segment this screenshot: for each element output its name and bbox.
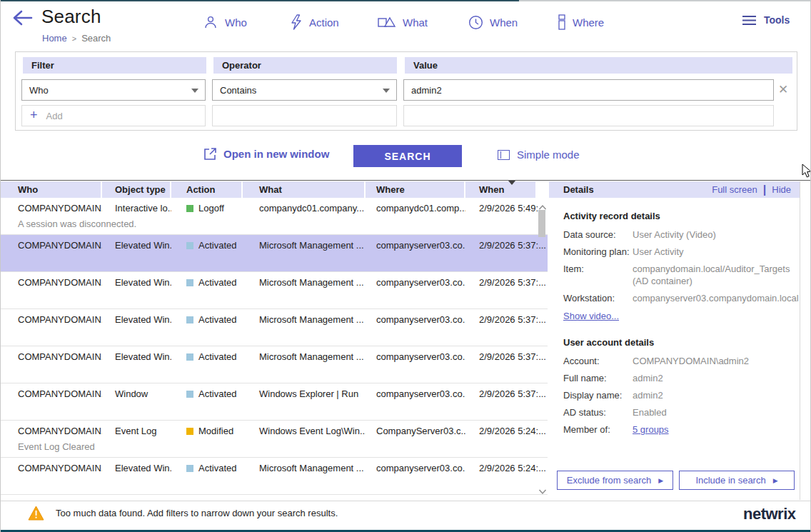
nav-item-label: Where xyxy=(573,16,604,29)
where-icon xyxy=(558,14,566,30)
action-status-square xyxy=(186,205,193,212)
cell-who: COMPANYDOMAIN... xyxy=(1,235,102,271)
warning-message: Too much data found. Add filters to narr… xyxy=(56,508,338,518)
show-video-link[interactable]: Show video... xyxy=(563,311,619,321)
footer-divider xyxy=(1,501,810,501)
column-header-action[interactable]: Action xyxy=(171,181,243,198)
value-input[interactable]: admin2 xyxy=(403,79,774,101)
cell-action: Activated xyxy=(171,309,243,346)
cell-what: Microsoft Management ... xyxy=(243,309,366,346)
simple-mode-label: Simple mode xyxy=(517,149,580,161)
open-in-new-window-button[interactable]: Open in new window xyxy=(203,147,329,161)
details-field-label: Display name: xyxy=(563,389,633,401)
cell-who: COMPANYDOMAIN... xyxy=(1,346,102,383)
details-field-value: User Activity (Video) xyxy=(633,229,790,241)
action-status-square xyxy=(186,391,193,398)
cell-when: 2/9/2026 5:37:... xyxy=(465,346,548,383)
cell-action: Logoff xyxy=(171,198,243,234)
member-of-groups-link[interactable]: 5 groups xyxy=(633,423,790,436)
row-note: A session was disconnected. xyxy=(18,219,136,229)
nav-item-action[interactable]: Action xyxy=(290,13,339,31)
empty-operator-cell[interactable] xyxy=(212,105,397,126)
simple-mode-icon xyxy=(498,150,510,160)
table-row[interactable]: COMPANYDOMAIN... Event Log Modified Wind… xyxy=(1,421,548,458)
scrollbar-down-arrow[interactable] xyxy=(538,485,547,492)
cell-object-type: Event Log xyxy=(102,421,171,457)
table-body: COMPANYDOMAIN... Interactive lo... Logof… xyxy=(1,198,548,496)
exclude-from-search-button[interactable]: Exclude from search ▶ xyxy=(557,471,673,490)
who-icon xyxy=(203,14,218,30)
details-header-separator: | xyxy=(763,184,766,196)
back-button[interactable] xyxy=(12,9,35,28)
column-header-what[interactable]: What xyxy=(243,181,366,198)
include-in-search-button[interactable]: Include in search ▶ xyxy=(679,471,795,490)
details-field: Full name: admin2 xyxy=(563,372,790,384)
cell-where: CompanyServer03.c... xyxy=(366,421,465,457)
column-header-where[interactable]: Where xyxy=(366,181,465,198)
cell-action: Activated xyxy=(171,458,243,494)
cell-who: COMPANYDOMAIN... xyxy=(1,458,102,494)
table-row[interactable]: COMPANYDOMAIN... Elevated Win... Activat… xyxy=(1,235,548,272)
page-title: Search xyxy=(41,6,101,28)
remove-filter-icon[interactable]: ✕ xyxy=(776,83,790,97)
table-row[interactable]: COMPANYDOMAIN... Elevated Win... Activat… xyxy=(1,458,548,495)
empty-value-cell[interactable] xyxy=(403,105,774,126)
cell-what: Windows Explorer | Run xyxy=(243,383,366,420)
details-field-label: Workstation: xyxy=(563,292,633,304)
cell-where: companydc01.comp... xyxy=(366,198,465,234)
nav-item-label: When xyxy=(490,16,518,29)
table-row[interactable]: COMPANYDOMAIN... Interactive lo... Logof… xyxy=(1,198,548,235)
nav-item-label: Action xyxy=(309,16,339,29)
action-label: Activated xyxy=(198,388,236,399)
filter-column-header: Filter xyxy=(23,57,206,74)
action-status-square xyxy=(186,316,193,323)
add-filter-label: Add xyxy=(46,111,63,121)
cell-what: Microsoft Management ... xyxy=(243,346,366,383)
nav-item-where[interactable]: Where xyxy=(558,13,604,31)
table-row[interactable]: COMPANYDOMAIN... Elevated Win... Activat… xyxy=(1,272,548,309)
column-header-when[interactable]: When xyxy=(465,181,537,198)
tools-menu-button[interactable]: Tools xyxy=(742,14,790,26)
cell-when: 2/9/2026 5:37:... xyxy=(465,309,548,346)
scrollbar-up-arrow[interactable] xyxy=(538,201,547,208)
warning-icon xyxy=(28,506,44,521)
breadcrumb-home-link[interactable]: Home xyxy=(42,33,67,44)
table-row[interactable]: COMPANYDOMAIN... Elevated Win... Activat… xyxy=(1,346,548,383)
column-header-who[interactable]: Who xyxy=(1,181,102,198)
details-field-label: Account: xyxy=(563,355,633,367)
details-field-label: Data source: xyxy=(563,229,633,241)
cell-what: Microsoft Management ... xyxy=(243,458,366,494)
back-arrow-icon xyxy=(12,9,34,26)
filter-select-value: Who xyxy=(29,85,49,96)
details-field: Data source: User Activity (Video) xyxy=(563,229,790,241)
simple-mode-toggle[interactable]: Simple mode xyxy=(498,149,580,161)
nav-item-what[interactable]: What xyxy=(378,13,428,31)
hide-details-link[interactable]: Hide xyxy=(772,184,791,195)
search-button[interactable]: SEARCH xyxy=(353,145,462,167)
cell-object-type: Elevated Win... xyxy=(102,309,171,346)
nav-item-label: What xyxy=(403,16,428,29)
table-row[interactable]: COMPANYDOMAIN... Window Activated Window… xyxy=(1,383,548,421)
table-row[interactable]: COMPANYDOMAIN... Elevated Win... Activat… xyxy=(1,309,548,346)
row-note: Event Log Cleared xyxy=(18,441,95,452)
cell-action: Modified xyxy=(171,421,243,457)
action-status-square xyxy=(186,242,193,249)
action-label: Logoff xyxy=(198,203,224,214)
cell-what: Windows Event Log\Win... xyxy=(243,421,366,457)
nav-item-who[interactable]: Who xyxy=(203,13,247,31)
action-label: Activated xyxy=(198,277,236,288)
full-screen-link[interactable]: Full screen xyxy=(712,184,757,195)
operator-select[interactable]: Contains xyxy=(212,79,397,101)
details-field: Workstation: companyserver03.companydoma… xyxy=(563,292,790,304)
nav-item-when[interactable]: When xyxy=(468,13,518,31)
window-top-border xyxy=(1,0,810,1)
add-filter-button[interactable]: + Add xyxy=(21,105,206,126)
action-label: Activated xyxy=(198,240,236,251)
action-status-square xyxy=(186,353,193,361)
breadcrumb-current: Search xyxy=(81,33,111,44)
column-header-object-type[interactable]: Object type xyxy=(102,181,171,198)
breadcrumb: Home > Search xyxy=(42,33,111,44)
scrollbar-thumb[interactable] xyxy=(538,210,545,237)
filter-select[interactable]: Who xyxy=(21,79,206,101)
submenu-arrow-icon: ▶ xyxy=(773,477,778,484)
